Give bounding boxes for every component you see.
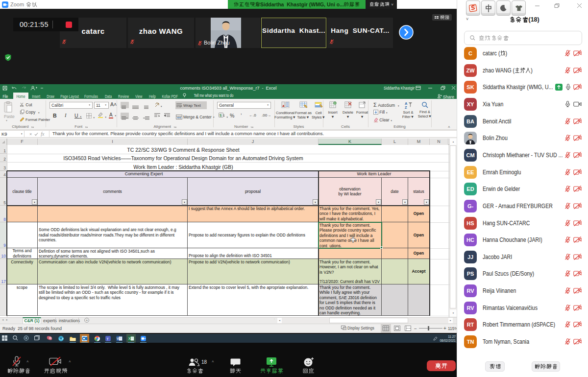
svg-text:X: X <box>128 337 131 340</box>
svg-text:Z: Z <box>405 105 407 109</box>
svg-text:$: $ <box>220 113 222 118</box>
svg-text:T: T <box>106 336 109 341</box>
svg-text:W: W <box>117 337 120 340</box>
